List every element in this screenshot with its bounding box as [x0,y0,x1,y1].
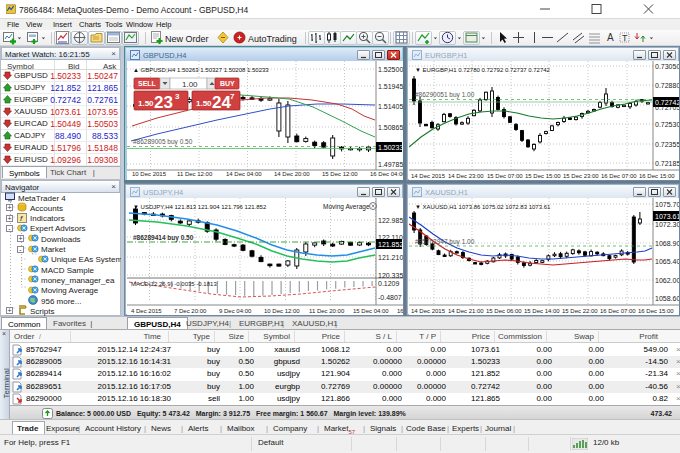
svg-text:16 Dec 04:00: 16 Dec 04:00 [370,171,403,177]
svg-text:122.985: 122.985 [378,217,403,224]
svg-text:Moving Average: Moving Average [323,203,370,211]
svg-text:14 Dec 21:00: 14 Dec 21:00 [448,308,484,314]
svg-text:14 Dec 2015: 14 Dec 2015 [411,173,446,179]
svg-text:23: 23 [154,93,173,112]
svg-text:1.50865: 1.50865 [378,124,403,131]
svg-text:14 Dec 20:00: 14 Dec 20:00 [274,171,310,177]
svg-text:15 Dec 23:00: 15 Dec 23:00 [563,173,599,179]
svg-text:10 Dec 2015: 10 Dec 2015 [132,171,167,177]
svg-text:A: A [607,32,614,43]
svg-text:1.50: 1.50 [138,99,154,108]
svg-text:9 Dec 04:00: 9 Dec 04:00 [219,308,252,314]
svg-text:0.72742: 0.72742 [655,99,679,106]
svg-text:15 Dec 07:00: 15 Dec 07:00 [487,173,523,179]
svg-text:11 Dec 20:00: 11 Dec 20:00 [309,308,345,314]
svg-text:121.852: 121.852 [378,241,403,248]
svg-text:3: 3 [175,92,180,101]
svg-text:1073.61: 1073.61 [655,213,679,220]
svg-text:7: 7 [230,92,235,101]
svg-text:1062.00: 1062.00 [655,277,679,284]
svg-text:1.52500: 1.52500 [378,66,403,73]
svg-text:0.72355: 0.72355 [655,141,679,148]
svg-text:1068.90: 1068.90 [655,240,679,247]
svg-text:15 Dec 04:00: 15 Dec 04:00 [353,308,389,314]
svg-text:▲ GBPUSD,H4 1.50263 1.50327 1.: ▲ GBPUSD,H4 1.50263 1.50327 1.50208 1.50… [133,67,269,73]
svg-text:1065.40: 1065.40 [655,258,679,265]
svg-text:4 Dec 2015: 4 Dec 2015 [131,308,162,314]
svg-text:16: 16 [397,308,403,314]
svg-text:BUY: BUY [220,80,235,87]
svg-text:14 Dec 04:00: 14 Dec 04:00 [226,171,262,177]
svg-text:1072.30: 1072.30 [655,221,679,228]
svg-text:15 Dec 15:00: 15 Dec 15:00 [525,173,561,179]
svg-text:14 Dec 23:00: 14 Dec 23:00 [448,173,484,179]
svg-text:16 Dec 07:00: 16 Dec 07:00 [601,173,637,179]
svg-text:0.72530: 0.72530 [655,121,679,128]
svg-text:11 Dec 12:00: 11 Dec 12:00 [177,171,213,177]
svg-text:1075.70: 1075.70 [655,201,679,208]
svg-text:14 Dec 2015: 14 Dec 2015 [411,308,446,314]
svg-text:1.50233: 1.50233 [378,144,403,151]
svg-text:16 Dec 15:00: 16 Dec 15:00 [638,308,674,314]
svg-text:▼ USDJPY,H4 121.813 121.904 12: ▼ USDJPY,H4 121.813 121.904 121.796 121.… [133,204,267,210]
svg-text:▼ XAUUSD,H1 1073.86 1075.02 10: ▼ XAUUSD,H1 1073.86 1075.02 1072.83 1073… [415,204,551,210]
svg-text:1.00: 1.00 [182,80,198,89]
svg-text:7 Dec 20:00: 7 Dec 20:00 [174,308,207,314]
svg-text:10 Dec 12:00: 10 Dec 12:00 [264,308,300,314]
svg-text:#86289005 buy 0.50: #86289005 buy 0.50 [133,138,193,146]
svg-text:-0.4807: -0.4807 [378,294,402,301]
svg-text:SELL: SELL [138,80,157,87]
svg-text:1.50: 1.50 [196,99,212,108]
svg-text:1.49785: 1.49785 [378,161,403,168]
svg-text:121.210: 121.210 [378,254,403,261]
svg-text:15 Dec 06:00: 15 Dec 06:00 [486,308,522,314]
svg-text:15 Dec 12:00: 15 Dec 12:00 [322,171,358,177]
svg-text:0.1209: 0.1209 [378,280,400,287]
svg-text:1.51405: 1.51405 [378,103,403,110]
svg-text:15 Dec 14:00: 15 Dec 14:00 [524,308,560,314]
svg-text:120.335: 120.335 [378,272,403,279]
svg-text:16 Dec 07:00: 16 Dec 07:00 [600,308,636,314]
svg-text:T: T [622,33,628,43]
svg-text:0.72185: 0.72185 [655,160,679,167]
svg-text:24: 24 [212,93,231,112]
svg-text:#86290051 buy 1.00: #86290051 buy 1.00 [415,91,475,99]
svg-text:15 Dec 22:00: 15 Dec 22:00 [562,308,598,314]
svg-text:#86289414 buy 0.50: #86289414 buy 0.50 [133,234,194,242]
svg-text:1.51945: 1.51945 [378,83,403,90]
svg-text:MACD(12,26,9) -0.0035 -0.1813: MACD(12,26,9) -0.0035 -0.1813 [131,281,217,287]
svg-text:1058.60: 1058.60 [655,295,679,302]
svg-text:0.72880: 0.72880 [655,82,679,89]
svg-text:16 Dec 15:00: 16 Dec 15:00 [639,173,675,179]
svg-text:▼ EURGBP,H1 0.72780 0.72792 0.: ▼ EURGBP,H1 0.72780 0.72792 0.72737 0.72… [415,67,551,73]
svg-text:#85762947 buy 1.00: #85762947 buy 1.00 [415,238,475,246]
svg-text:0.73050: 0.73050 [655,63,679,70]
